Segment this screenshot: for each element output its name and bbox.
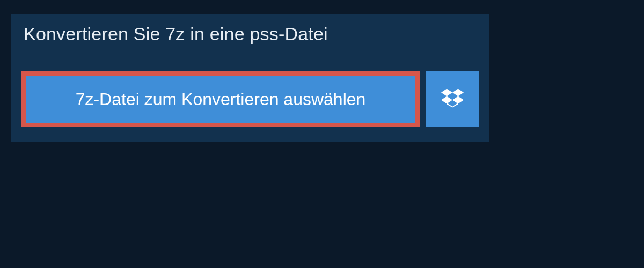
dropbox-icon xyxy=(441,87,464,111)
action-row: 7z-Datei zum Konvertieren auswählen xyxy=(11,56,489,142)
title-bar: Konvertieren Sie 7z in eine pss-Datei xyxy=(11,14,341,56)
dropbox-button[interactable] xyxy=(426,71,479,127)
select-file-button[interactable]: 7z-Datei zum Konvertieren auswählen xyxy=(21,71,420,127)
select-file-button-label: 7z-Datei zum Konvertieren auswählen xyxy=(76,90,366,109)
converter-panel: Konvertieren Sie 7z in eine pss-Datei 7z… xyxy=(11,14,489,142)
page-title: Konvertieren Sie 7z in eine pss-Datei xyxy=(24,24,328,44)
